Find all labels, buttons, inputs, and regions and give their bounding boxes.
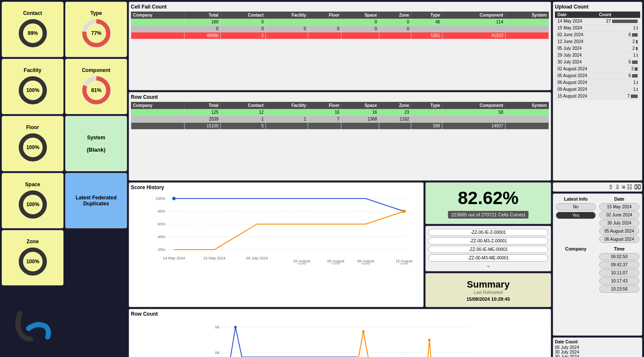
expand-identifiers-button[interactable]: ⌄ bbox=[428, 262, 548, 268]
cells-correct: 223665 out of 270721 Cells Correct bbox=[448, 211, 529, 219]
svg-text:5K: 5K bbox=[215, 325, 219, 329]
col-space: Space bbox=[341, 12, 379, 19]
date-item: 15 May 2024 bbox=[599, 203, 639, 210]
system-label: System bbox=[87, 135, 105, 141]
col-total-r: Total bbox=[185, 102, 220, 109]
score-main-panel: 82.62% 223665 out of 270721 Cells Correc… bbox=[425, 182, 551, 224]
time-item: 10:23:56 bbox=[599, 285, 639, 293]
upload-count-cell: 7 bbox=[596, 93, 640, 100]
col-system-r: System bbox=[505, 102, 549, 109]
toolbar: ⇧ ⇩ ≡ ☷ ⌧ bbox=[553, 182, 642, 192]
floor-donut: 100% bbox=[17, 132, 48, 163]
upload-count-cell: 3 bbox=[596, 66, 640, 72]
expand-icon[interactable]: ⌧ bbox=[634, 184, 641, 190]
date-count-ref: Date Count 05 July 2024 30 July 2024 30 … bbox=[553, 337, 642, 357]
date-item: 02 June 2024 bbox=[599, 211, 639, 219]
upload-date-cell: 09 August 2024 bbox=[555, 86, 596, 93]
summary-date: 15/08/2024 10:29:45 bbox=[466, 297, 510, 302]
upload-date-cell: 05 July 2024 bbox=[555, 45, 596, 52]
sort-asc-icon[interactable]: ⇧ bbox=[608, 184, 613, 190]
upload-date-cell: 14 May 2024 bbox=[555, 18, 596, 25]
sort-desc-icon[interactable]: ⇩ bbox=[615, 184, 620, 190]
upload-date-cell: 30 July 2024 bbox=[555, 59, 596, 66]
svg-text:100%: 100% bbox=[26, 202, 39, 207]
table-row: 000000 bbox=[131, 26, 549, 32]
time-item: 06:02:50 bbox=[599, 253, 639, 260]
logo-area bbox=[2, 287, 64, 357]
cell-fail-table: Company Total Contact Facility Floor Spa… bbox=[131, 12, 549, 39]
row-count-table: Company Total Contact Facility Floor Spa… bbox=[131, 102, 549, 130]
filter-icon[interactable]: ☷ bbox=[627, 184, 632, 190]
cell-fail-count-panel: Cell Fail Count Company Total Contact Fa… bbox=[129, 2, 551, 90]
svg-text:77%: 77% bbox=[91, 30, 101, 36]
svg-point-51 bbox=[428, 339, 431, 341]
col-contact: Contact bbox=[220, 12, 266, 19]
time-col-header: Time bbox=[599, 246, 639, 251]
score-history-title: Score History bbox=[131, 184, 422, 190]
svg-text:100%: 100% bbox=[156, 196, 165, 201]
identifier-item: -ZZ-00-IE-ME-00001 bbox=[428, 246, 548, 253]
federated-card[interactable]: Latest Federated Duplicates bbox=[65, 173, 127, 228]
summary-subtitle: Last Refreshed bbox=[474, 290, 503, 295]
col-total: Total bbox=[185, 12, 220, 19]
space-donut: 100% bbox=[17, 189, 48, 220]
upload-count-title: Upload Count bbox=[555, 4, 640, 10]
svg-text:14 May 2024: 14 May 2024 bbox=[163, 256, 185, 260]
upload-count-cell: 27 bbox=[596, 18, 640, 25]
col-zone-r: Zone bbox=[379, 102, 411, 109]
svg-text:100%: 100% bbox=[26, 144, 39, 150]
upload-table: Date Count 14 May 2024 27 15 May 2024 1 … bbox=[555, 12, 640, 100]
company-logo bbox=[14, 305, 52, 343]
date-item: 06 August 2024 bbox=[599, 236, 639, 243]
space-card: Space 100% bbox=[2, 173, 64, 228]
row-count-title: Row Count bbox=[131, 94, 549, 100]
identifier-item: -ZZ-00-IE-Z-00001 bbox=[428, 229, 548, 236]
upload-date-cell: 02 August 2024 bbox=[555, 66, 596, 72]
svg-text:0K: 0K bbox=[215, 351, 219, 355]
upload-count-cell: 2 bbox=[596, 45, 640, 52]
floor-label: Floor bbox=[26, 124, 39, 130]
upload-count-cell: 1 bbox=[596, 79, 640, 86]
svg-text:2024: 2024 bbox=[297, 262, 306, 265]
table-row: 1251216162358 bbox=[131, 109, 549, 116]
row-count-chart-title: Row Count bbox=[131, 311, 549, 317]
upload-date-cell: 15 August 2024 bbox=[555, 93, 596, 100]
col-type-r: Type bbox=[411, 102, 442, 109]
time-item: 10:17:43 bbox=[599, 277, 639, 285]
col-company-r: Company bbox=[131, 102, 185, 109]
spacer bbox=[65, 230, 127, 357]
svg-text:2024: 2024 bbox=[400, 262, 408, 265]
svg-point-49 bbox=[234, 326, 237, 328]
upload-count-cell: 1 bbox=[596, 52, 640, 59]
upload-count-cell: 6 bbox=[596, 59, 640, 66]
svg-point-50 bbox=[362, 330, 365, 333]
summary-title: Summary bbox=[467, 279, 509, 290]
svg-text:2024: 2024 bbox=[332, 262, 340, 265]
company-col-header: Company bbox=[556, 246, 596, 251]
facility-donut: 100% bbox=[17, 75, 48, 106]
col-space-r: Space bbox=[341, 102, 379, 109]
columns-icon[interactable]: ≡ bbox=[622, 184, 625, 190]
zone-label: Zone bbox=[26, 239, 39, 245]
cell-fail-count-title: Cell Fail Count bbox=[131, 4, 549, 10]
zone-card: Zone 100% bbox=[2, 230, 64, 285]
latest-info-panel: Latest Info No Yes Date 15 May 2024 02 J… bbox=[553, 193, 642, 336]
col-component-r: Component bbox=[442, 102, 505, 109]
col-facility: Facility bbox=[266, 12, 308, 19]
row-count-chart-panel: Row Count 5K 0K 14/05/2024 1... bbox=[129, 309, 551, 357]
upload-count-cell: 1 bbox=[596, 25, 640, 32]
svg-text:100%: 100% bbox=[26, 87, 39, 93]
score-history-panel: Score History 100% 80% 60% 40% 20% bbox=[129, 182, 424, 307]
col-contact-r: Contact bbox=[220, 102, 266, 109]
col-zone: Zone bbox=[379, 12, 411, 19]
time-item: 09:42:37 bbox=[599, 261, 639, 268]
upload-date-cell: 02 June 2024 bbox=[555, 32, 596, 38]
date-count-3: 30 July 2024 bbox=[555, 354, 640, 357]
table-row: 468962536141533 bbox=[131, 32, 549, 39]
svg-text:2024: 2024 bbox=[361, 262, 370, 265]
identifier-item: -ZZ-00-M3-Z-00001 bbox=[428, 237, 548, 245]
system-card: System (Blank) bbox=[65, 116, 127, 171]
contact-label: Contact bbox=[23, 10, 42, 16]
contact-donut: 99% bbox=[17, 18, 48, 49]
date-count-label: Date Count bbox=[555, 340, 640, 344]
